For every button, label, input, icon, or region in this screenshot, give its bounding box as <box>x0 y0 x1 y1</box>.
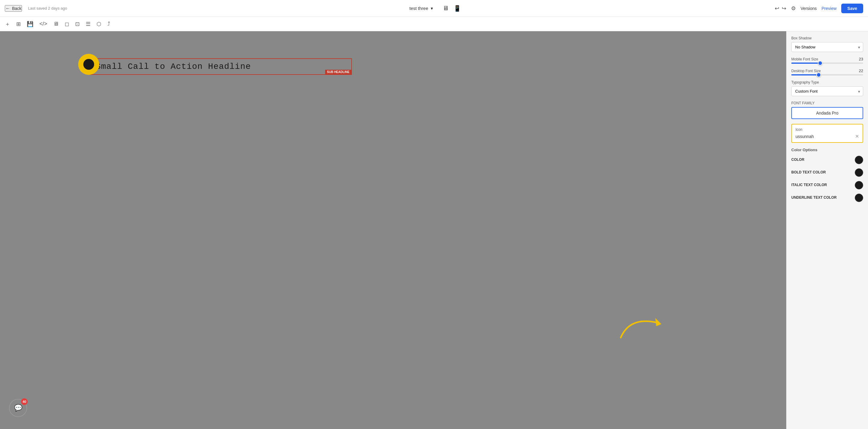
shapes-icon[interactable]: ◻ <box>65 21 69 27</box>
top-bar-right: ↩ ↪ ⚙ Versions Preview Save <box>775 4 863 13</box>
underline-text-color-label: UNDERLINE TEXT COLOR <box>791 195 855 200</box>
mobile-font-fill <box>791 63 820 64</box>
export-icon[interactable]: ⤴ <box>107 21 110 27</box>
desktop-font-slider[interactable] <box>791 74 863 75</box>
box-shadow-select-wrapper: No Shadow ▾ <box>791 42 863 52</box>
mobile-font-section: Mobile Font Size 23 <box>791 57 863 64</box>
mobile-font-row: Mobile Font Size 23 <box>791 57 863 61</box>
save-file-icon[interactable]: 💾 <box>27 21 33 27</box>
typography-value: Custom Font <box>795 89 817 94</box>
layers-icon[interactable]: ⊞ <box>16 21 21 27</box>
typography-select-wrapper: Custom Font ▾ <box>791 86 863 96</box>
font-family-section: FONT FAMILY Andada Pro <box>791 101 863 119</box>
svg-marker-0 <box>655 318 661 326</box>
main-layout: Small Call to Action Headline SUB HEADLI… <box>0 31 868 429</box>
back-button[interactable]: ← Back <box>5 5 22 12</box>
bold-text-color-row: BOLD TEXT COLOR <box>791 168 863 177</box>
icon-circle-element[interactable] <box>78 54 99 75</box>
icon-clear-button[interactable]: ✕ <box>855 133 859 139</box>
mobile-font-value: 23 <box>859 57 863 61</box>
saved-status: Last saved 2 days ago <box>28 6 67 10</box>
font-family-button[interactable]: Andada Pro <box>791 107 863 119</box>
typography-section: Typography Type Custom Font ▾ <box>791 80 863 96</box>
icon-input-row: ussunnah ✕ <box>796 133 859 139</box>
typography-chevron: ▾ <box>858 89 860 94</box>
color-label: COLOR <box>791 158 855 162</box>
mobile-font-thumb[interactable] <box>818 61 823 66</box>
desktop-font-value: 22 <box>859 69 863 73</box>
italic-text-color-row: ITALIC TEXT COLOR <box>791 181 863 189</box>
desktop-font-section: Desktop Font Size 22 <box>791 69 863 75</box>
icon-input-value[interactable]: ussunnah <box>796 134 814 139</box>
icon-circle-inner <box>83 59 94 70</box>
preview-button[interactable]: Preview <box>822 6 837 11</box>
undo-button[interactable]: ↩ <box>775 5 779 12</box>
project-name-button[interactable]: test three ▾ <box>407 4 435 12</box>
desktop-font-thumb[interactable] <box>816 72 821 77</box>
desktop-font-fill <box>791 74 819 75</box>
chat-badge: 40 <box>21 398 28 405</box>
canvas-content: Small Call to Action Headline SUB HEADLI… <box>90 58 783 75</box>
back-arrow-icon: ← <box>5 6 10 11</box>
chevron-down-icon: ▾ <box>431 6 433 11</box>
box-shadow-value: No Shadow <box>795 45 815 49</box>
box-shadow-section: Box Shadow No Shadow ▾ <box>791 36 863 52</box>
mobile-icon[interactable]: 📱 <box>454 5 461 12</box>
desktop-toolbar-icon[interactable]: 🖥 <box>53 21 59 27</box>
italic-text-color-label: ITALIC TEXT COLOR <box>791 183 855 188</box>
desktop-icon[interactable]: 🖥 <box>443 5 449 12</box>
headline-text: Small Call to Action Headline <box>96 62 251 71</box>
undo-redo-group: ↩ ↪ <box>775 5 786 12</box>
code-icon[interactable]: </> <box>39 21 47 27</box>
box-shadow-label: Box Shadow <box>791 36 863 40</box>
versions-button[interactable]: Versions <box>801 6 817 11</box>
canvas-area[interactable]: Small Call to Action Headline SUB HEADLI… <box>0 31 786 429</box>
color-row: COLOR <box>791 156 863 164</box>
color-options-section: Color Options COLOR BOLD TEXT COLOR ITAL… <box>791 147 863 202</box>
box-shadow-select[interactable]: No Shadow ▾ <box>791 42 863 52</box>
desktop-font-label: Desktop Font Size <box>791 69 821 73</box>
save-button[interactable]: Save <box>841 4 863 13</box>
device-icons: 🖥 📱 <box>443 5 461 12</box>
top-bar-center: test three ▾ 🖥 📱 <box>407 4 461 12</box>
grid-icon[interactable]: ⊡ <box>75 21 80 27</box>
underline-text-color-swatch[interactable] <box>855 194 863 202</box>
mobile-font-label: Mobile Font Size <box>791 57 818 61</box>
headline-container[interactable]: Small Call to Action Headline SUB HEADLI… <box>90 58 352 75</box>
icon-input-section: Icon ussunnah ✕ <box>791 124 863 143</box>
chat-widget[interactable]: 💬 40 <box>9 399 27 417</box>
icon-circle-dot <box>87 63 91 66</box>
italic-text-color-swatch[interactable] <box>855 181 863 189</box>
nav-icon[interactable]: ☰ <box>86 21 91 27</box>
box-shadow-chevron: ▾ <box>858 45 860 49</box>
color-options-header: Color Options <box>791 147 863 152</box>
components-icon[interactable]: ⬡ <box>97 21 101 27</box>
redo-button[interactable]: ↪ <box>782 5 786 12</box>
bold-text-color-swatch[interactable] <box>855 168 863 177</box>
sub-headline-badge: SUB HEADLINE <box>325 70 351 74</box>
bold-text-color-label: BOLD TEXT COLOR <box>791 170 855 175</box>
typography-label: Typography Type <box>791 80 863 85</box>
font-family-label: FONT FAMILY <box>791 101 863 105</box>
yellow-arrow-annotation <box>612 304 678 345</box>
back-label: Back <box>12 6 21 11</box>
mobile-font-slider[interactable] <box>791 63 863 64</box>
add-icon[interactable]: ＋ <box>5 21 10 28</box>
chat-icon: 💬 <box>14 404 22 412</box>
underline-text-color-row: UNDERLINE TEXT COLOR <box>791 194 863 202</box>
right-panel: Box Shadow No Shadow ▾ Mobile Font Size … <box>786 31 868 429</box>
project-name: test three <box>409 6 428 11</box>
icon-input-label: Icon <box>796 128 859 132</box>
top-bar: ← Back Last saved 2 days ago test three … <box>0 0 868 17</box>
settings-icon-button[interactable]: ⚙ <box>791 5 796 12</box>
color-swatch[interactable] <box>855 156 863 164</box>
desktop-font-row: Desktop Font Size 22 <box>791 69 863 73</box>
toolbar-row: ＋ ⊞ 💾 </> 🖥 ◻ ⊡ ☰ ⬡ ⤴ <box>0 17 868 31</box>
typography-select[interactable]: Custom Font ▾ <box>791 86 863 96</box>
